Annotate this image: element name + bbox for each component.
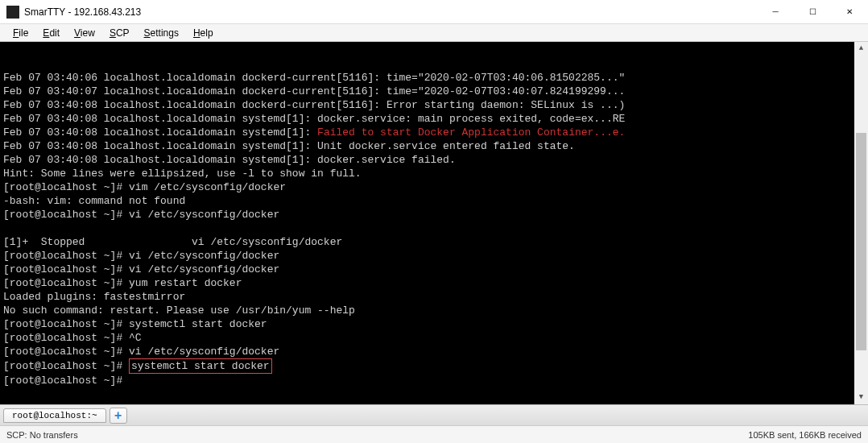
terminal-line: Feb 07 03:40:08 localhost.localdomain do…: [3, 98, 865, 112]
terminal-line: [root@localhost ~]#: [3, 374, 865, 387]
terminal-line: -bash: vim: command not found: [3, 194, 865, 208]
terminal[interactable]: Feb 07 03:40:06 localhost.localdomain do…: [0, 42, 868, 404]
terminal-line: [3, 222, 865, 235]
terminal-line: Hint: Some lines were ellipsized, use -l…: [3, 167, 865, 180]
terminal-line: [root@localhost ~]# vi /etc/sysconfig/do…: [3, 263, 865, 276]
terminal-line: Feb 07 03:40:08 localhost.localdomain sy…: [3, 153, 865, 167]
add-tab-button[interactable]: +: [110, 408, 127, 424]
menu-file[interactable]: File: [6, 26, 35, 40]
plus-icon: +: [114, 408, 122, 423]
window-title: SmarTTY - 192.168.43.213: [24, 6, 757, 18]
terminal-line: [root@localhost ~]# vi /etc/sysconfig/do…: [3, 345, 865, 358]
scroll-down-arrow[interactable]: ▼: [854, 391, 868, 404]
terminal-line: [root@localhost ~]# vi /etc/sysconfig/do…: [3, 208, 865, 222]
minimize-button[interactable]: ─: [757, 0, 794, 23]
tab-session-1[interactable]: root@localhost:~: [3, 408, 106, 423]
terminal-line: [root@localhost ~]# vim /etc/sysconfig/d…: [3, 180, 865, 194]
menu-view[interactable]: View: [68, 26, 101, 40]
maximize-button[interactable]: ☐: [794, 0, 831, 23]
close-button[interactable]: ✕: [831, 0, 868, 23]
status-scp: SCP: No transfers: [6, 430, 78, 440]
tabbar: root@localhost:~ +: [0, 404, 868, 425]
app-icon: [6, 6, 19, 19]
terminal-line: [1]+ Stopped vi /etc/sysconfig/docker: [3, 235, 865, 249]
terminal-line: [root@localhost ~]# systemctl start dock…: [3, 358, 865, 374]
scrollbar[interactable]: ▲ ▼: [854, 42, 868, 404]
menu-settings[interactable]: Settings: [138, 26, 185, 40]
menu-edit[interactable]: Edit: [36, 26, 66, 40]
menubar: File Edit View SCP Settings Help: [0, 24, 868, 42]
scroll-up-arrow[interactable]: ▲: [854, 42, 868, 56]
status-transfer: 105KB sent, 166KB received: [748, 430, 862, 440]
terminal-line: [root@localhost ~]# yum restart docker: [3, 276, 865, 290]
menu-scp[interactable]: SCP: [103, 26, 136, 40]
terminal-line: Feb 07 03:40:07 localhost.localdomain do…: [3, 85, 865, 98]
terminal-line: Feb 07 03:40:08 localhost.localdomain sy…: [3, 112, 865, 126]
scroll-thumb[interactable]: [856, 133, 866, 350]
terminal-content[interactable]: Feb 07 03:40:06 localhost.localdomain do…: [3, 71, 865, 387]
terminal-line: [root@localhost ~]# vi /etc/sysconfig/do…: [3, 249, 865, 263]
terminal-line: No such command: restart. Please use /us…: [3, 304, 865, 317]
titlebar: SmarTTY - 192.168.43.213 ─ ☐ ✕: [0, 0, 868, 24]
statusbar: SCP: No transfers 105KB sent, 166KB rece…: [0, 425, 868, 443]
menu-help[interactable]: Help: [187, 26, 220, 40]
terminal-line: [root@localhost ~]# ^C: [3, 331, 865, 345]
window-controls: ─ ☐ ✕: [757, 0, 868, 23]
terminal-line: Feb 07 03:40:08 localhost.localdomain sy…: [3, 139, 865, 153]
terminal-line: Feb 07 03:40:08 localhost.localdomain sy…: [3, 126, 865, 139]
terminal-line: Feb 07 03:40:06 localhost.localdomain do…: [3, 71, 865, 85]
terminal-line: [root@localhost ~]# systemctl start dock…: [3, 317, 865, 331]
terminal-line: Loaded plugins: fastestmirror: [3, 290, 865, 304]
